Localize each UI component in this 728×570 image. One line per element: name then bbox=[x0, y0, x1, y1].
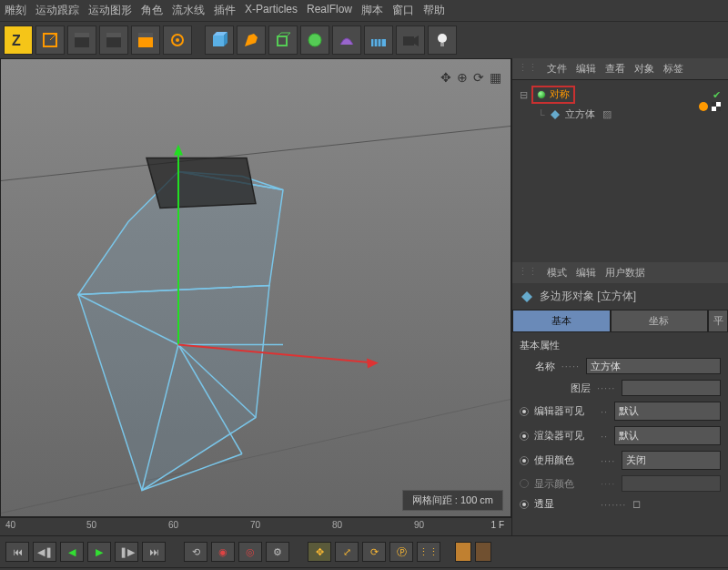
nav-move-icon[interactable]: ✥ bbox=[440, 70, 451, 85]
tool-undo[interactable]: Z bbox=[4, 25, 33, 55]
menu-script[interactable]: 脚本 bbox=[361, 3, 383, 18]
tab-file[interactable]: 文件 bbox=[547, 62, 567, 76]
svg-rect-11 bbox=[213, 36, 224, 46]
attr-editor-row: 编辑器可见·· 默认 bbox=[520, 399, 721, 423]
ruler-tick: 60 bbox=[168, 520, 178, 530]
attr-layer-row: 图层····· bbox=[520, 377, 721, 399]
dot-icon bbox=[699, 102, 708, 111]
attr-name-row: 名称····· bbox=[520, 355, 721, 377]
attr-layer-input[interactable] bbox=[622, 380, 721, 396]
tab-edit[interactable]: 编辑 bbox=[576, 62, 596, 76]
tree-item-cube[interactable]: └ 立方体 ▨ bbox=[516, 106, 724, 123]
menu-plugins[interactable]: 插件 bbox=[214, 3, 236, 18]
tool-cube[interactable] bbox=[205, 25, 234, 55]
tool-floor[interactable] bbox=[364, 25, 393, 55]
attr-color-select[interactable]: 关闭 bbox=[622, 451, 721, 470]
rotate-tool-button[interactable]: ⟳ bbox=[362, 542, 386, 562]
attr-name-input[interactable] bbox=[586, 358, 721, 374]
checkbox-icon[interactable]: ◻ bbox=[632, 498, 641, 510]
tool-clap1[interactable] bbox=[67, 25, 96, 55]
tool-gear[interactable] bbox=[163, 25, 192, 55]
attr-dispcolor-label: 显示颜色 bbox=[534, 477, 594, 491]
step-back-button[interactable]: ◀❚ bbox=[33, 542, 56, 562]
tab-phong[interactable]: 平 bbox=[708, 310, 728, 332]
pla-tool-button[interactable]: ⋮⋮ bbox=[417, 542, 440, 562]
tool-camera[interactable] bbox=[396, 25, 425, 55]
tab-tags[interactable]: 标签 bbox=[663, 62, 683, 76]
section-title: 基本属性 bbox=[520, 336, 721, 355]
goto-end-button[interactable]: ⏭ bbox=[142, 542, 166, 562]
tree-label-cube: 立方体 bbox=[565, 107, 595, 121]
attr-render-select[interactable]: 默认 bbox=[614, 426, 721, 445]
menu-realflow[interactable]: RealFlow bbox=[307, 3, 352, 18]
tool-clap3[interactable] bbox=[131, 25, 160, 55]
grid-spacing-label: 网格间距 : 100 cm bbox=[402, 490, 503, 511]
menu-motion-track[interactable]: 运动跟踪 bbox=[35, 3, 79, 18]
tab-basic[interactable]: 基本 bbox=[512, 310, 611, 332]
attr-tab-userdata[interactable]: 用户数据 bbox=[605, 266, 645, 280]
tool-green-sphere[interactable] bbox=[300, 25, 329, 55]
radio-icon[interactable] bbox=[520, 407, 529, 416]
radio-icon[interactable] bbox=[520, 456, 529, 465]
svg-line-2 bbox=[50, 34, 56, 40]
tab-coord[interactable]: 坐标 bbox=[611, 310, 709, 332]
nav-rotate-icon[interactable]: ⟳ bbox=[473, 70, 484, 85]
svg-rect-3 bbox=[75, 37, 89, 47]
attr-editor-select[interactable]: 默认 bbox=[614, 402, 721, 421]
svg-marker-32 bbox=[147, 158, 256, 209]
menu-character[interactable]: 角色 bbox=[141, 3, 163, 18]
attr-tab-mode[interactable]: 模式 bbox=[547, 266, 567, 280]
goto-start-button[interactable]: ⏮ bbox=[5, 542, 29, 562]
step-forward-button[interactable]: ❚▶ bbox=[115, 542, 138, 562]
attr-dispcolor-swatch[interactable] bbox=[622, 475, 721, 492]
marker2-icon[interactable] bbox=[475, 542, 491, 562]
attr-color-row: 使用颜色···· 关闭 bbox=[520, 448, 721, 473]
nav-zoom-icon[interactable]: ⊕ bbox=[457, 70, 468, 85]
ruler-tick: 70 bbox=[250, 520, 260, 530]
tree-item-symmetry[interactable]: ⊟ 对称 ✔ bbox=[516, 84, 724, 106]
tool-green-cube[interactable] bbox=[268, 25, 298, 55]
svg-marker-40 bbox=[174, 145, 183, 156]
timeline-ruler[interactable]: 40 50 60 70 80 90 1 F bbox=[0, 517, 511, 535]
play-back-button[interactable]: ◀ bbox=[60, 542, 84, 562]
menu-xparticles[interactable]: X-Particles bbox=[245, 3, 298, 18]
tool-pen[interactable] bbox=[237, 25, 266, 55]
attr-editor-label: 编辑器可见 bbox=[534, 404, 594, 418]
marker1-icon[interactable] bbox=[455, 542, 471, 562]
move-tool-button[interactable]: ✥ bbox=[308, 542, 331, 562]
menu-pipeline[interactable]: 流水线 bbox=[172, 3, 205, 18]
tool-clap2[interactable] bbox=[99, 25, 128, 55]
attr-basic-section: 基本属性 名称····· 图层····· 编辑器可见·· 默认 渲染器可见·· bbox=[512, 332, 728, 517]
object-tree[interactable]: ⊟ 对称 ✔ └ 立方体 ▨ bbox=[512, 80, 728, 262]
viewport-area: ✥ ⊕ ⟳ ▦ 网格间距 : 100 cm 40 50 60 70 80 90 … bbox=[0, 58, 511, 535]
param-tool-button[interactable]: Ⓟ bbox=[389, 542, 413, 562]
object-panel-tabs: ⋮⋮ 文件 编辑 查看 对象 标签 bbox=[512, 58, 728, 80]
radio-icon[interactable] bbox=[520, 500, 529, 509]
nav-views-icon[interactable]: ▦ bbox=[490, 70, 501, 85]
play-forward-button[interactable]: ▶ bbox=[87, 542, 111, 562]
viewport[interactable]: ✥ ⊕ ⟳ ▦ 网格间距 : 100 cm bbox=[0, 58, 511, 517]
tool-light[interactable] bbox=[428, 25, 457, 55]
radio-icon[interactable] bbox=[520, 479, 529, 488]
keyframe-options-button[interactable]: ⚙ bbox=[266, 542, 289, 562]
tool-axis[interactable] bbox=[35, 25, 65, 55]
menu-mograph[interactable]: 运动图形 bbox=[88, 3, 132, 18]
key-button[interactable]: ◉ bbox=[211, 542, 235, 562]
autokey-button[interactable]: ◎ bbox=[238, 542, 262, 562]
attr-layer-label: 图层 bbox=[520, 382, 591, 395]
attr-dispcolor-row: 显示颜色···· bbox=[520, 473, 721, 494]
attr-object-title: 多边形对象 [立方体] bbox=[512, 283, 728, 310]
tab-view[interactable]: 查看 bbox=[605, 62, 625, 76]
loop-button[interactable]: ⟲ bbox=[184, 542, 207, 562]
svg-marker-44 bbox=[521, 291, 532, 302]
menu-help[interactable]: 帮助 bbox=[423, 3, 445, 18]
menu-sculpt[interactable]: 雕刻 bbox=[5, 3, 26, 18]
menu-window[interactable]: 窗口 bbox=[392, 3, 414, 18]
tree-label-symmetry: 对称 bbox=[550, 87, 570, 101]
radio-icon[interactable] bbox=[520, 432, 529, 441]
scale-tool-button[interactable]: ⤢ bbox=[335, 542, 359, 562]
attribute-panel: ⋮⋮ 模式 编辑 用户数据 多边形对象 [立方体] 基本 坐标 平 基本属性 名… bbox=[512, 262, 728, 517]
tool-purple-arc[interactable] bbox=[332, 25, 361, 55]
attr-tab-edit[interactable]: 编辑 bbox=[576, 266, 596, 280]
tab-object[interactable]: 对象 bbox=[634, 62, 654, 76]
